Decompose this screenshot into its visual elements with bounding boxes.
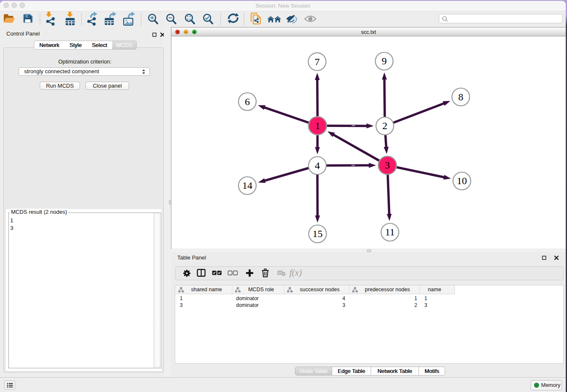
svg-text:6: 6 xyxy=(245,96,250,107)
svg-text:14: 14 xyxy=(242,180,253,191)
svg-text:7: 7 xyxy=(315,56,320,67)
svg-text:8: 8 xyxy=(458,91,463,102)
svg-text:9: 9 xyxy=(382,55,387,66)
svg-text:2: 2 xyxy=(383,120,388,131)
svg-text:3: 3 xyxy=(385,160,390,171)
svg-text:1: 1 xyxy=(315,120,320,131)
svg-text:11: 11 xyxy=(385,226,395,237)
svg-text:4: 4 xyxy=(315,160,320,171)
svg-text:15: 15 xyxy=(313,228,323,239)
svg-text:10: 10 xyxy=(457,175,467,186)
